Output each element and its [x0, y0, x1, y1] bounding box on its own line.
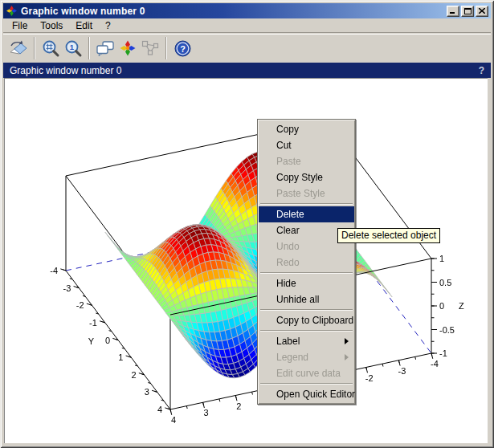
menu-item-edit-curve-data: Edit curve data: [259, 365, 354, 381]
menu-item-copy-to-clipboard[interactable]: Copy to Clipboard: [259, 312, 354, 328]
menubar-item-file[interactable]: File: [6, 19, 34, 32]
ged-editor-button[interactable]: [94, 36, 116, 60]
svg-text:1: 1: [69, 43, 74, 51]
toolbar-separator: [88, 37, 90, 59]
window-title: Graphic window number 0: [21, 6, 447, 17]
help-button[interactable]: ?: [171, 36, 194, 60]
toolbar: 1: [3, 34, 491, 62]
maximize-icon: [464, 8, 472, 14]
help-icon: ?: [174, 39, 192, 58]
scilab-demo-icon: [119, 39, 137, 57]
surface-plot-canvas[interactable]: [5, 79, 488, 443]
menu-item-open-quick-editor[interactable]: Open Quick Editor: [259, 386, 354, 402]
menubar-item-[interactable]: ?: [99, 19, 117, 32]
svg-text:?: ?: [180, 43, 186, 53]
menubar-item-tools[interactable]: Tools: [34, 19, 69, 32]
rotate-axes-button[interactable]: [7, 36, 30, 60]
close-button[interactable]: [476, 6, 488, 17]
zoom-reset-button[interactable]: 1: [62, 36, 84, 60]
menu-item-unhide-all[interactable]: Unhide all: [259, 291, 354, 307]
toolbar-separator: [165, 37, 167, 59]
figure-info-bar: Graphic window number 0 ?: [3, 63, 491, 78]
toolbar-separator: [34, 37, 35, 59]
title-bar[interactable]: Graphic window number 0: [3, 3, 491, 18]
graphic-window: Graphic window number 0 FileToolsEdit?: [0, 0, 494, 448]
graph-icon: [141, 39, 161, 57]
infobar-help[interactable]: ?: [479, 65, 484, 76]
zoom-area-button[interactable]: [39, 36, 62, 60]
plot-area[interactable]: [4, 78, 488, 443]
minimize-button[interactable]: [447, 6, 459, 17]
scilab-app-icon: [6, 5, 18, 17]
rotate-axes-icon: [8, 39, 29, 58]
graph-button: [139, 36, 161, 60]
submenu-arrow-icon: [345, 354, 349, 360]
menubar-item-edit[interactable]: Edit: [69, 19, 99, 32]
figure-title: Graphic window number 0: [10, 65, 479, 76]
ged-editor-icon: [95, 39, 116, 57]
close-icon: [479, 8, 485, 14]
menu-item-hide[interactable]: Hide: [259, 275, 354, 291]
menu-item-copy-style[interactable]: Copy Style: [259, 169, 354, 185]
menu-item-paste: Paste: [259, 153, 354, 169]
menu-item-cut[interactable]: Cut: [259, 137, 354, 153]
menu-item-legend: Legend: [259, 349, 354, 365]
maximize-button[interactable]: [461, 6, 474, 17]
menu-item-delete[interactable]: Delete: [259, 206, 354, 222]
zoom-reset-icon: 1: [64, 39, 83, 58]
context-menu: CopyCutPasteCopy StylePaste StyleDeleteC…: [257, 119, 356, 405]
menu-item-copy[interactable]: Copy: [259, 121, 354, 137]
submenu-arrow-icon: [345, 338, 349, 344]
menu-item-label[interactable]: Label: [259, 333, 354, 349]
tooltip: Delete selected object: [337, 228, 440, 243]
menu-item-redo: Redo: [259, 255, 354, 271]
menu-item-paste-style: Paste Style: [259, 185, 354, 202]
scilab-demo-button[interactable]: [116, 36, 139, 60]
menu-bar: FileToolsEdit?: [3, 18, 491, 33]
zoom-area-icon: [42, 39, 60, 58]
minimize-icon: [450, 8, 456, 14]
